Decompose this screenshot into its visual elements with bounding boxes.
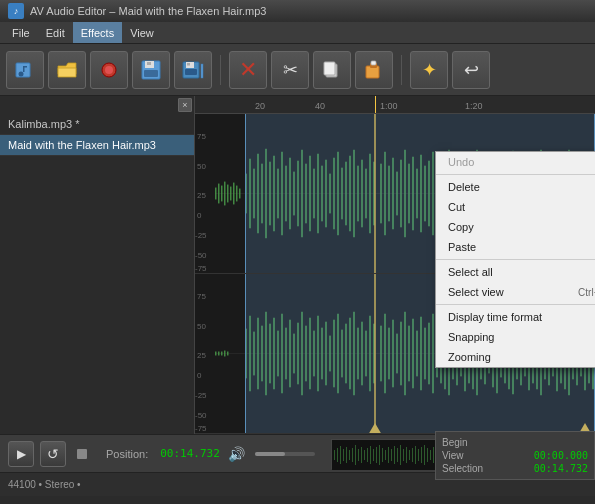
svg-text:25: 25 (197, 351, 206, 360)
ctx-copy[interactable]: Copy Ctrl+C (436, 217, 595, 237)
ctx-cut[interactable]: Cut Ctrl+X (436, 197, 595, 217)
sep1 (220, 55, 221, 85)
svg-rect-31 (224, 182, 226, 206)
svg-rect-256 (412, 448, 413, 462)
ctx-display-time[interactable]: Display time format ▶ (436, 307, 595, 327)
paste-button[interactable] (355, 51, 393, 89)
svg-rect-12 (185, 69, 197, 75)
svg-rect-232 (340, 446, 341, 464)
svg-rect-9 (147, 62, 151, 65)
svg-rect-35 (236, 186, 238, 202)
file-item-kalimba[interactable]: Kalimba.mp3 * (0, 114, 194, 135)
svg-rect-246 (382, 448, 383, 462)
svg-rect-29 (218, 184, 220, 204)
effects-magic-button[interactable]: ✦ (410, 51, 448, 89)
svg-rect-36 (239, 189, 241, 199)
position-value: 00:14.732 (160, 447, 220, 460)
ctx-select-view-shortcut: Ctrl+Shift+A (578, 287, 595, 298)
svg-rect-13 (187, 63, 190, 66)
svg-text:50: 50 (197, 322, 206, 331)
ctx-snapping[interactable]: Snapping ▶ (436, 327, 595, 347)
file-item-maid[interactable]: Maid with the Flaxen Hair.mp3 (0, 135, 194, 156)
svg-rect-34 (233, 183, 235, 205)
svg-rect-16 (324, 62, 335, 75)
svg-rect-8 (144, 70, 158, 77)
ctx-sep3 (436, 304, 595, 305)
view-label: View (442, 450, 464, 461)
svg-rect-244 (376, 447, 377, 463)
svg-text:0: 0 (197, 211, 202, 220)
undo-button[interactable]: ↩ (452, 51, 490, 89)
ctx-paste-label: Paste (448, 241, 476, 253)
svg-text:-75: -75 (195, 424, 207, 433)
svg-point-1 (19, 71, 24, 76)
volume-slider[interactable] (255, 452, 315, 456)
svg-text:-75: -75 (195, 264, 207, 273)
ctx-sep1 (436, 174, 595, 175)
svg-rect-241 (367, 448, 368, 462)
ctx-copy-label: Copy (448, 221, 474, 233)
ctx-cut-label: Cut (448, 201, 465, 213)
record-button[interactable] (90, 51, 128, 89)
svg-text:0: 0 (197, 371, 202, 380)
menu-effects[interactable]: Effects (73, 22, 122, 43)
svg-rect-133 (215, 352, 217, 356)
svg-rect-262 (430, 450, 431, 460)
play-button[interactable]: ▶ (8, 441, 34, 467)
speaker-icon: 🔊 (228, 446, 245, 462)
menu-view[interactable]: View (122, 22, 162, 43)
svg-rect-248 (388, 447, 389, 463)
loop-button[interactable]: ↺ (40, 441, 66, 467)
save-all-button[interactable] (174, 51, 212, 89)
svg-rect-134 (218, 352, 220, 356)
save-button[interactable] (132, 51, 170, 89)
menu-bar: File Edit Effects View (0, 22, 595, 44)
cut-red-button[interactable]: ✕ (229, 51, 267, 89)
svg-rect-249 (391, 449, 392, 461)
open-music-button[interactable] (6, 51, 44, 89)
svg-rect-258 (418, 449, 419, 461)
ctx-zooming-label: Zooming (448, 351, 491, 363)
main-area: × Kalimba.mp3 * Maid with the Flaxen Hai… (0, 96, 595, 434)
svg-rect-252 (400, 445, 401, 465)
ctx-undo[interactable]: Undo Ctrl+Z (436, 152, 595, 172)
ctx-select-all-label: Select all (448, 266, 493, 278)
svg-rect-237 (355, 445, 356, 465)
ctx-snapping-label: Snapping (448, 331, 495, 343)
svg-rect-255 (409, 450, 410, 460)
context-menu: Undo Ctrl+Z Delete Del Cut Ctrl+X Copy C… (435, 151, 595, 368)
svg-text:-50: -50 (195, 251, 207, 260)
loop-icon: ↺ (47, 446, 59, 462)
svg-rect-228 (77, 449, 87, 459)
selection-value: 00:14.732 (534, 463, 588, 474)
svg-rect-257 (415, 446, 416, 464)
svg-rect-243 (373, 449, 374, 461)
ctx-paste[interactable]: Paste Ctrl+V (436, 237, 595, 257)
scissors-button[interactable]: ✂ (271, 51, 309, 89)
ctx-zooming[interactable]: Zooming ▶ (436, 347, 595, 367)
copy-button[interactable] (313, 51, 351, 89)
window-title: AV Audio Editor – Maid with the Flaxen H… (30, 5, 266, 17)
ctx-select-view[interactable]: Select view Ctrl+Shift+A (436, 282, 595, 302)
ctx-select-all[interactable]: Select all Ctrl+A (436, 262, 595, 282)
audio-info: 44100 • Stereo • (8, 479, 81, 490)
ruler-mark-120: 1:20 (465, 101, 483, 111)
open-folder-button[interactable] (48, 51, 86, 89)
close-panel-button[interactable]: × (178, 98, 192, 112)
ctx-delete[interactable]: Delete Del (436, 177, 595, 197)
svg-rect-247 (385, 450, 386, 460)
file-list-panel: × Kalimba.mp3 * Maid with the Flaxen Hai… (0, 96, 195, 434)
svg-text:-25: -25 (195, 231, 207, 240)
svg-rect-14 (201, 64, 203, 78)
svg-text:75: 75 (197, 132, 206, 141)
menu-edit[interactable]: Edit (38, 22, 73, 43)
begin-label: Begin (442, 437, 468, 448)
waveform-thumbnail (331, 439, 451, 469)
waveform-area[interactable]: 20 40 1:00 1:20 (195, 96, 595, 434)
svg-rect-236 (352, 448, 353, 462)
menu-file[interactable]: File (4, 22, 38, 43)
title-bar: ♪ AV Audio Editor – Maid with the Flaxen… (0, 0, 595, 22)
ctx-select-view-label: Select view (448, 286, 504, 298)
playhead (375, 96, 376, 113)
stop-button[interactable] (72, 441, 92, 467)
